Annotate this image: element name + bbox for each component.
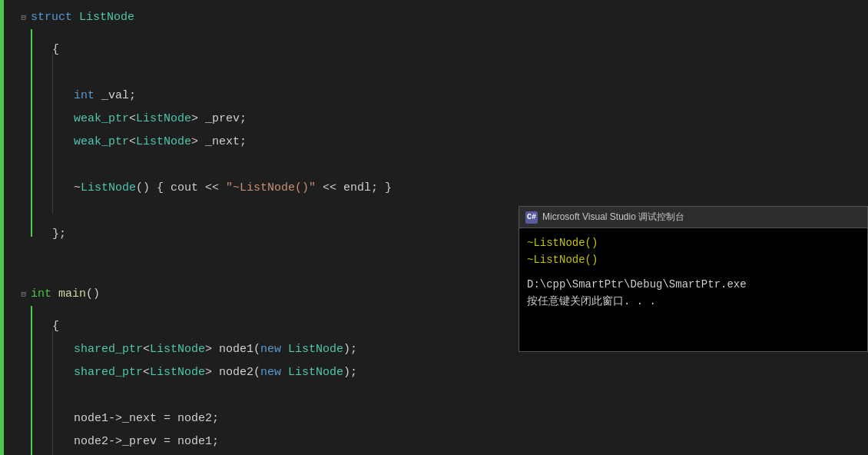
indent-guide-19 <box>31 421 52 444</box>
indent-guide-8b <box>52 168 74 191</box>
type-listnode: ListNode <box>79 6 134 29</box>
terminal-line-3: D:\cpp\SmartPtr\Debug\SmartPtr.exe <box>527 276 860 293</box>
collapse-main[interactable]: ⊟ <box>21 283 26 306</box>
terminal-window: C# Microsoft Visual Studio 调试控制台 ~ListNo… <box>518 206 868 352</box>
terminal-line-empty <box>527 268 860 276</box>
keyword-struct: struct <box>31 6 79 29</box>
indent-guide-18 <box>31 398 52 421</box>
indent-guide-7 <box>31 144 52 168</box>
indent-guide-6 <box>31 121 52 144</box>
indent-guide-9 <box>31 191 52 214</box>
indent-guide-18b <box>52 398 74 421</box>
line-3 <box>0 52 868 75</box>
terminal-line-2: ~ListNode() <box>527 251 860 268</box>
code-editor: ⊟ struct ListNode { <box>0 0 868 455</box>
indent-guide-20b <box>52 444 74 455</box>
terminal-icon: C# <box>525 211 538 224</box>
terminal-line-1: ~ListNode() <box>527 234 860 251</box>
collapse-struct[interactable]: ⊟ <box>21 6 26 29</box>
code-line-7 <box>31 144 868 168</box>
indent-guide-15b <box>52 329 74 352</box>
line-4: int _val; <box>0 75 868 98</box>
terminal-body: ~ListNode() ~ListNode() D:\cpp\SmartPtr\… <box>519 228 867 351</box>
kw-int-main: int <box>31 283 58 306</box>
indent-guide-17b <box>52 375 74 398</box>
terminal-line-4: 按任意键关闭此窗口. . . <box>527 293 860 310</box>
code-line-3 <box>31 52 868 75</box>
line-17 <box>0 375 868 398</box>
line-8: ~ListNode() { cout << "~ListNode()" << e… <box>0 168 868 191</box>
gutter-1: ⊟ <box>0 6 31 29</box>
line-5: weak_ptr<ListNode> _prev; <box>0 98 868 121</box>
line-6: weak_ptr<ListNode> _next; <box>0 121 868 144</box>
indent-guide-15 <box>31 329 52 352</box>
indent-guide-4b <box>52 75 74 98</box>
terminal-title: Microsoft Visual Studio 调试控制台 <box>542 211 684 224</box>
code-line-20 <box>31 444 868 455</box>
line-18: node1->_next = node2; <box>0 398 868 421</box>
indent-guide-20 <box>31 444 52 455</box>
line-19: node2->_prev = node1; <box>0 421 868 444</box>
indent-guide-19b <box>52 421 74 444</box>
indent-guide-3 <box>31 52 52 75</box>
line-7 <box>0 144 868 168</box>
indent-guide-2 <box>31 29 52 52</box>
indent-guide-9b <box>52 191 74 214</box>
main-paren: () <box>86 283 100 306</box>
indent-guide-5b <box>52 98 74 121</box>
indent-guide-14 <box>31 306 52 329</box>
gutter-13: ⊟ <box>0 283 31 306</box>
indent-guide-8 <box>31 168 52 191</box>
indent-guide-6b <box>52 121 74 144</box>
code-line-17 <box>31 375 868 398</box>
struct-close: }; <box>52 223 66 246</box>
line-16: shared_ptr<ListNode> node2(new ListNode)… <box>0 352 868 375</box>
terminal-icon-label: C# <box>527 213 536 221</box>
line-2: { <box>0 29 868 52</box>
indent-guide-16 <box>31 352 52 375</box>
code-line-1: struct ListNode <box>31 6 868 29</box>
line-20 <box>0 444 868 455</box>
indent-guide-16b <box>52 352 74 375</box>
indent-guide-3b <box>52 52 74 75</box>
terminal-titlebar: C# Microsoft Visual Studio 调试控制台 <box>519 207 867 228</box>
indent-guide-17 <box>31 375 52 398</box>
line-1: ⊟ struct ListNode <box>0 6 868 29</box>
fn-main: main <box>58 283 86 306</box>
indent-guide-7b <box>52 144 74 168</box>
indent-guide-4 <box>31 75 52 98</box>
indent-guide-10 <box>31 214 52 237</box>
indent-guide-5 <box>31 98 52 121</box>
